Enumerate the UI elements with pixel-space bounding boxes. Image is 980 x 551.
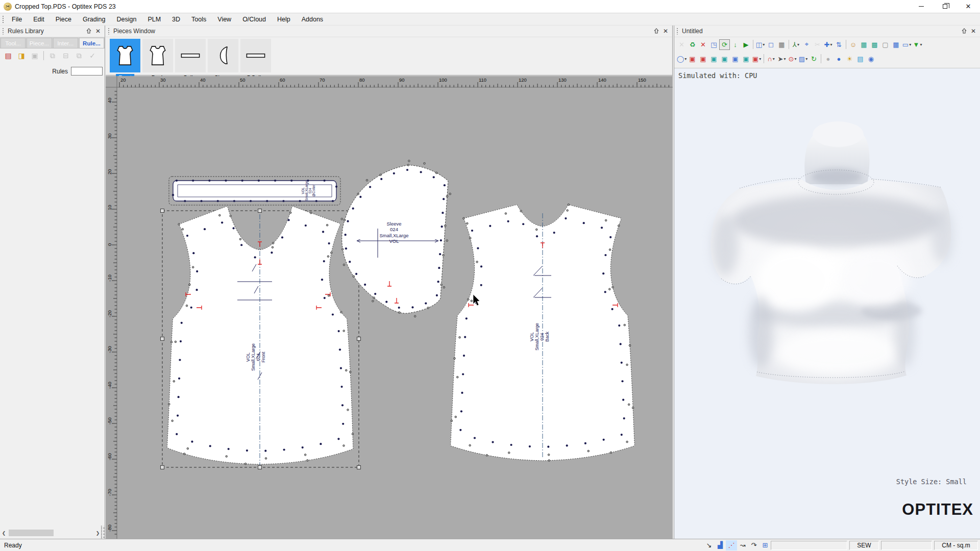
avatar-tool-icon[interactable]: ☺ [848,39,859,50]
mesh-b-icon[interactable]: ▩ [869,39,880,50]
pin-icon[interactable] [654,28,659,34]
texture-tool-icon[interactable]: ▨▾ [798,54,808,64]
surface-rotate-b-icon[interactable]: ▣ [719,54,730,64]
piece-thumb-back[interactable] [142,39,173,72]
rules-h-scrollbar[interactable]: ❮ ❯ [0,529,102,537]
import-surface-icon[interactable]: ▣ [741,54,751,64]
cylinder-wrap-icon-dropdown[interactable]: ▾ [763,42,765,47]
close-button[interactable]: ✕ [957,0,980,13]
apply-rule-icon[interactable]: ✓ [86,50,99,61]
select-ellipse-icon-dropdown[interactable]: ▾ [684,57,687,61]
sync-2d-3d-icon[interactable]: ⟳ [719,39,730,50]
tab-inter[interactable]: Inter... [53,38,78,48]
menu-tools[interactable]: Tools [186,14,212,24]
scroll-thumb[interactable] [9,530,54,536]
add-surface-icon-dropdown[interactable]: ▾ [759,57,761,61]
curve-tool-icon[interactable]: ↝ [737,540,748,550]
minimize-button[interactable] [910,0,933,13]
surface-front-icon[interactable]: ▣ [698,54,708,64]
magnet-tool-icon[interactable]: ∩▾ [766,54,776,64]
fold-surface-icon[interactable]: ▣ [730,54,741,64]
pin-tool-icon[interactable]: ⊙▾ [787,54,798,64]
import-garment-icon[interactable]: ↓ [730,39,741,50]
axis-tool-icon[interactable]: ⅄▾ [791,39,801,50]
piece-thumb-front[interactable] [110,39,140,72]
mesh-a-icon[interactable]: ▦ [859,39,869,50]
save-rule-icon[interactable]: ▣ [29,50,41,61]
menu-file[interactable]: File [6,14,28,24]
close-disabled-icon[interactable]: ✕ [676,39,687,50]
menu-help[interactable]: Help [272,14,296,24]
close-panel-icon[interactable]: ✕ [95,28,101,35]
pin-tool-icon-dropdown[interactable]: ▾ [794,57,796,61]
tab-tool[interactable]: Tool... [1,38,26,48]
sewing-machine-icon[interactable]: ▟ [715,540,726,550]
open-rule-icon[interactable]: ◨ [15,50,28,61]
pin-icon[interactable] [962,28,967,34]
status-units-cell[interactable]: CM - sq.m [934,541,978,550]
scroll-right-icon[interactable]: ❯ [94,529,102,537]
scroll-left-icon[interactable]: ❮ [0,529,8,537]
status-sew-cell[interactable]: SEW [849,541,879,550]
rules-input[interactable] [71,67,103,76]
menu-grading[interactable]: Grading [77,14,111,24]
globe-icon[interactable]: ● [834,54,844,64]
piece-thumb-sleeve[interactable] [208,39,238,72]
pointer-tool-icon[interactable]: ➤▾ [776,54,787,64]
piece-collar[interactable]: VOLSmall,XLarge024@Collar [168,176,340,206]
shirt-3d-icon[interactable]: ▼▾ [912,39,923,50]
menu-3d[interactable]: 3D [166,14,186,24]
panel-resize-grip[interactable] [101,525,105,539]
menu-ocloud[interactable]: O/Cloud [237,14,272,24]
inspect-piece-icon[interactable]: ⌖ [801,39,812,50]
select-ellipse-icon[interactable]: ◯▾ [676,54,687,64]
shirt-3d-icon-dropdown[interactable]: ▾ [920,42,922,47]
paste-rule-icon[interactable]: ⊟ [60,50,72,61]
monitor-icon[interactable]: ▭▾ [901,39,912,50]
3d-viewport[interactable]: Simulated with: CPU Style Size: Small OP… [674,68,980,539]
expand-collapse-icon[interactable]: ⇅ [834,39,844,50]
run-simulation-icon[interactable]: ▶ [741,39,751,50]
menu-view[interactable]: View [212,14,237,24]
recycle-simulation-icon[interactable]: ♻ [687,39,698,50]
grid-panel-icon[interactable]: ▦ [891,39,901,50]
stitch-dots-icon[interactable]: ⋰ [726,540,737,550]
pin-icon[interactable] [86,28,91,34]
tab-rule[interactable]: Rule... [79,38,104,48]
menu-addons[interactable]: Addons [296,14,329,24]
rotate-gizmo-icon[interactable]: ↻ [808,54,819,64]
grading-grid-icon[interactable]: ⊞ [760,540,771,550]
pointer-tool-icon-dropdown[interactable]: ▾ [783,57,786,61]
menu-piece[interactable]: Piece [50,14,77,24]
surface-rotate-a-icon[interactable]: ▣ [708,54,719,64]
restore-button[interactable] [933,0,957,13]
magnet-tool-icon-dropdown[interactable]: ▾ [773,57,775,61]
copy-rule-icon[interactable]: ⧉ [46,50,59,61]
menu-plm[interactable]: PLM [142,14,166,24]
add-surface-icon[interactable]: ▣▾ [751,54,762,64]
checker-flag-icon[interactable]: ▦ [776,39,787,50]
new-rule-icon[interactable]: ▤ [2,50,14,61]
piece-back[interactable]: VOLSmall,XLarge024Back [451,205,635,461]
sphere-gray-icon[interactable]: ● [823,54,834,64]
piece-thumb-collar[interactable] [240,39,271,72]
monitor-icon-dropdown[interactable]: ▾ [909,42,911,47]
menu-edit[interactable]: Edit [28,14,50,24]
measure-tool-icon-dropdown[interactable]: ▾ [830,42,832,47]
arc-tool-icon[interactable]: ↷ [748,540,760,550]
pattern-disabled-icon[interactable]: ✂ [812,39,823,50]
cylinder-fit-icon[interactable]: ◻ [766,39,776,50]
close-panel-icon[interactable]: ✕ [971,28,976,35]
close-3d-window-icon[interactable]: ✕ [698,39,708,50]
duplicate-rule-icon[interactable]: ⧉ [73,50,85,61]
tab-piece[interactable]: Piece... [27,38,52,48]
light-tool-icon[interactable]: ☀ [844,54,855,64]
surface-back-icon[interactable]: ▣ [687,54,698,64]
menu-design[interactable]: Design [111,14,142,24]
cylinder-wrap-icon[interactable]: ◫▾ [755,39,766,50]
axis-tool-icon-dropdown[interactable]: ▾ [797,42,799,47]
close-panel-icon[interactable]: ✕ [663,28,668,35]
image-tool-icon[interactable]: ▤ [855,54,866,64]
camera-tool-icon[interactable]: ◉ [866,54,876,64]
open-3d-window-icon[interactable]: ◳ [708,39,719,50]
